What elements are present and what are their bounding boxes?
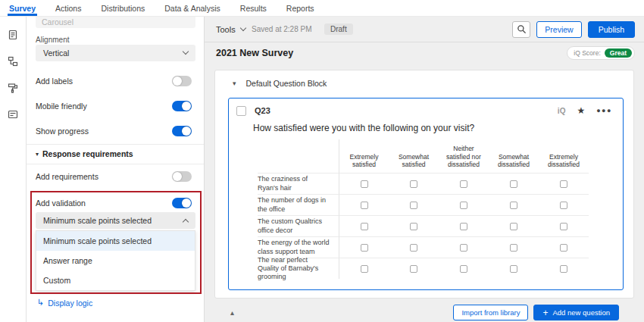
tools-button[interactable]: Tools (216, 25, 245, 34)
show-progress-toggle[interactable] (172, 126, 192, 136)
matrix-checkbox[interactable] (460, 180, 467, 188)
add-requirements-row: Add requirements (36, 170, 192, 183)
matrix-cell (539, 194, 589, 215)
block-footer: ▴ Import from library + Add new question (214, 305, 619, 320)
matrix-cell (539, 173, 589, 194)
add-new-question-label: Add new question (552, 308, 610, 317)
alignment-select[interactable]: Vertical (36, 45, 195, 61)
matrix-cell (339, 173, 389, 194)
add-validation-toggle[interactable] (172, 198, 192, 208)
add-labels-row: Add labels (36, 75, 192, 87)
status-badge: Draft (324, 23, 353, 35)
search-button[interactable] (512, 21, 530, 38)
tab-survey[interactable]: Survey (9, 0, 36, 16)
tab-reports[interactable]: Reports (286, 0, 314, 16)
plus-icon: + (542, 308, 548, 317)
matrix-cell (539, 236, 589, 258)
tab-results[interactable]: Results (240, 0, 267, 16)
publish-button[interactable]: Publish (588, 21, 635, 38)
matrix-checkbox[interactable] (510, 223, 517, 230)
matrix-cell (339, 258, 389, 279)
matrix-checkbox[interactable] (560, 202, 567, 209)
matrix-checkbox[interactable] (361, 180, 368, 188)
matrix-cell (389, 258, 439, 279)
matrix-checkbox[interactable] (460, 244, 467, 252)
matrix-row-label: The craziness of Ryan's hair (258, 173, 339, 194)
matrix-checkbox[interactable] (510, 244, 517, 252)
toolbar-actions: Preview Publish (512, 21, 635, 38)
matrix-checkbox[interactable] (560, 180, 567, 188)
tools-label: Tools (216, 25, 236, 34)
mobile-friendly-row: Mobile friendly (36, 100, 192, 112)
matrix-checkbox[interactable] (361, 265, 368, 273)
question-actions: iQ ★ ●●● (558, 106, 612, 115)
collapse-up-icon[interactable]: ▴ (230, 308, 234, 317)
add-labels-toggle[interactable] (172, 76, 192, 86)
iq-score-value: Great (605, 48, 632, 58)
mobile-friendly-toggle[interactable] (172, 101, 192, 111)
app-window: Survey Actions Distributions Data & Anal… (0, 0, 644, 322)
matrix-checkbox[interactable] (410, 223, 417, 230)
matrix-checkbox[interactable] (510, 180, 517, 188)
add-new-question-button[interactable]: + Add new question (533, 305, 619, 320)
validation-dropdown-menu: Minimum scale points selected Answer ran… (36, 230, 195, 291)
matrix-checkbox[interactable] (361, 223, 368, 230)
matrix-checkbox[interactable] (560, 244, 567, 252)
matrix-checkbox[interactable] (410, 202, 417, 209)
preview-button[interactable]: Preview (536, 21, 582, 38)
matrix-checkbox[interactable] (460, 265, 467, 273)
matrix-cell (389, 236, 439, 258)
more-options-icon[interactable]: ●●● (596, 107, 612, 114)
matrix-checkbox[interactable] (361, 244, 368, 252)
carousel-dropdown[interactable]: Carousel (36, 17, 195, 28)
look-and-feel-icon[interactable] (5, 80, 20, 95)
matrix-checkbox[interactable] (460, 223, 467, 230)
add-requirements-toggle[interactable] (172, 171, 192, 182)
collapse-block-icon[interactable]: ▾ (233, 80, 236, 87)
validation-type-select[interactable]: Minimum scale points selected (36, 212, 195, 229)
iq-analysis-icon[interactable]: iQ (558, 107, 566, 115)
matrix-checkbox[interactable] (361, 202, 368, 209)
matrix-cell (339, 215, 389, 236)
matrix-checkbox[interactable] (510, 265, 517, 273)
matrix-cell (339, 236, 389, 258)
matrix-cell (489, 215, 539, 236)
matrix-checkbox[interactable] (560, 265, 567, 273)
matrix-column-header: Extremely satisfied (339, 139, 389, 173)
matrix-checkbox[interactable] (410, 180, 417, 188)
option-answer-range[interactable]: Answer range (36, 251, 195, 270)
response-requirements-header[interactable]: ▾ Response requirements (36, 149, 133, 158)
block-header: ▾ Default Question Block (233, 79, 327, 88)
matrix-column-header: Somewhat dissatisfied (489, 139, 539, 173)
matrix-checkbox[interactable] (460, 202, 467, 209)
display-logic-label: Display logic (48, 299, 92, 308)
matrix-cell (539, 215, 589, 236)
tab-distributions[interactable]: Distributions (101, 0, 145, 16)
tab-actions[interactable]: Actions (55, 0, 81, 16)
tab-data-analysis[interactable]: Data & Analysis (164, 0, 220, 16)
matrix-checkbox[interactable] (410, 244, 417, 252)
main-area: Tools Saved at 2:28 PM Draft Preview Pub… (205, 17, 644, 322)
matrix-checkbox[interactable] (410, 265, 417, 273)
survey-builder-icon[interactable] (5, 27, 20, 42)
iq-score-label: iQ Score: (574, 49, 600, 57)
question-select-checkbox[interactable] (236, 106, 246, 116)
star-icon[interactable]: ★ (577, 106, 585, 115)
survey-options-icon[interactable] (5, 107, 20, 122)
left-icon-rail (0, 17, 27, 322)
matrix-checkbox[interactable] (510, 202, 517, 209)
question-text[interactable]: How satisfied were you with the followin… (253, 123, 474, 133)
matrix-corner (258, 139, 339, 173)
question-card[interactable]: Q23 iQ ★ ●●● How satisfied were you with… (228, 98, 624, 290)
matrix-checkbox[interactable] (560, 223, 567, 230)
survey-flow-icon[interactable] (5, 54, 20, 69)
display-logic-link[interactable]: ↳ Display logic (37, 298, 92, 308)
matrix-row-label: The near perfect Quality of Barnaby's gr… (258, 258, 339, 279)
option-custom[interactable]: Custom (36, 270, 195, 290)
import-from-library-button[interactable]: Import from library (453, 305, 528, 320)
matrix-table: Extremely satisfied Somewhat satisfied N… (258, 139, 589, 279)
survey-title: 2021 New Survey (216, 48, 293, 58)
matrix-cell (489, 194, 539, 215)
option-minimum-scale-points[interactable]: Minimum scale points selected (36, 231, 195, 251)
matrix-cell (539, 258, 589, 279)
